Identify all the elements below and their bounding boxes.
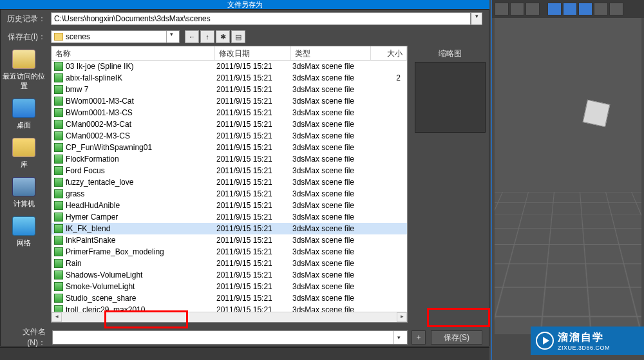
file-row[interactable]: 03 Ik-joe (Spline IK)2011/9/15 15:213dsM… [52,61,407,72]
col-type[interactable]: 类型 [291,46,371,60]
col-size[interactable]: 大小 [371,46,407,60]
file-row[interactable]: fuzzy_tentacle_love2011/9/15 15:213dsMax… [52,176,407,188]
sidebar-item-lib[interactable]: 库 [1,138,47,169]
viewport[interactable] [495,18,641,334]
file-date: 2011/9/15 15:21 [216,259,292,268]
tool-icon-7[interactable] [594,3,608,15]
back-icon[interactable]: ← [185,30,199,43]
file-row[interactable]: IK_FK_blend2011/9/15 15:213dsMax scene f… [52,223,407,234]
save-button[interactable]: 保存(S) [431,330,482,345]
file-row[interactable]: FlockFormation2011/9/15 15:213dsMax scen… [52,153,407,165]
watermark: 溜溜自学 ZIXUE.3D66.COM [531,327,644,355]
newfolder-icon[interactable]: ✱ [216,30,230,43]
file-date: 2011/9/15 15:21 [216,108,292,117]
file-type: 3dsMax scene file [292,97,372,106]
history-label: 历史记录： [7,14,46,24]
history-dropdown-button[interactable]: ▾ [471,12,482,25]
file-row[interactable]: grass2011/9/15 15:213dsMax scene file [52,188,407,200]
scroll-right-arrow[interactable]: ▸ [397,312,407,322]
file-name: CMan0002-M3-Cat [66,120,216,129]
file-name: Hymer Camper [66,213,216,222]
file-date: 2011/9/15 15:21 [216,97,292,106]
scroll-track[interactable] [62,312,397,322]
sidebar-item-pc[interactable]: 计算机 [1,177,47,209]
sidebar-item-recent[interactable]: 最近访问的位置 [1,50,47,91]
file-icon [54,247,63,256]
file-name: fuzzy_tentacle_love [66,178,216,187]
file-row[interactable]: BWom0001-M3-Cat2011/9/15 15:213dsMax sce… [52,95,407,107]
file-name: Shadows-VolumeLight [66,270,216,279]
filename-row: 文件名(N)： ▾ + 保存(S) [7,327,482,348]
file-icon [54,224,63,233]
tool-icon-6[interactable] [578,3,592,15]
file-icon [54,282,63,291]
file-icon [54,166,63,175]
file-name: FlockFormation [66,155,216,164]
file-row[interactable]: Studio_scene_share2011/9/15 15:213dsMax … [52,292,407,304]
file-row[interactable]: CP_FunWithSpawning012011/9/15 15:213dsMa… [52,142,407,153]
file-type: 3dsMax scene file [292,73,372,82]
tool-icon-3[interactable] [526,3,540,15]
col-date[interactable]: 修改日期 [215,46,291,60]
filename-dropdown-arrow[interactable]: ▾ [393,331,404,344]
file-row[interactable]: Smoke-VolumeLight2011/9/15 15:213dsMax s… [52,281,407,292]
file-list[interactable]: 03 Ik-joe (Spline IK)2011/9/15 15:213dsM… [52,61,407,312]
views-icon[interactable]: ▤ [231,30,245,43]
file-row[interactable]: HeadHudAnible2011/9/15 15:213dsMax scene… [52,200,407,211]
tool-icon-1[interactable] [495,3,509,15]
savein-dropdown-arrow[interactable]: ▾ [166,31,176,43]
main-toolbar [492,0,644,18]
folder-icon [54,33,63,41]
file-name: troll_cleric29_max2010 [66,305,216,312]
filename-input[interactable]: ▾ [52,330,408,345]
file-icon [54,270,63,279]
file-icon [54,62,63,71]
scroll-left-arrow[interactable]: ◂ [52,312,62,322]
history-path-input[interactable] [51,12,471,25]
file-name: Rain [66,259,216,268]
file-row[interactable]: abix-fall-splineIK2011/9/15 15:213dsMax … [52,72,407,84]
view-cube-face[interactable] [583,100,611,128]
tool-icon-4[interactable] [547,3,562,15]
watermark-title: 溜溜自学 [558,331,610,345]
desktop-icon [12,99,35,118]
file-row[interactable]: CMan0002-M3-CS2011/9/15 15:213dsMax scen… [52,130,407,142]
file-type: 3dsMax scene file [292,85,372,94]
view-cube[interactable] [577,95,616,134]
file-row[interactable]: Ford Focus2011/9/15 15:213dsMax scene fi… [52,165,407,176]
sidebar-item-net[interactable]: 网络 [1,216,47,248]
file-row[interactable]: BWom0001-M3-CS2011/9/15 15:213dsMax scen… [52,107,407,118]
file-row[interactable]: Shadows-VolumeLight2011/9/15 15:213dsMax… [52,269,407,281]
file-row[interactable]: PrimerFrame_Box_modeling2011/9/15 15:213… [52,246,407,258]
tool-icon-5[interactable] [563,3,577,15]
folder-toolbar: ← ↑ ✱ ▤ [185,30,245,43]
savein-folder-dropdown[interactable]: scenes ▾ [51,30,180,43]
file-date: 2011/9/15 15:21 [216,85,292,94]
col-name[interactable]: 名称 [52,46,215,60]
file-icon [54,259,63,268]
file-row[interactable]: CMan0002-M3-Cat2011/9/15 15:213dsMax sce… [52,118,407,130]
file-row[interactable]: troll_cleric29_max20102011/9/15 15:213ds… [52,304,407,312]
recent-icon [12,50,35,69]
savein-folder-name: scenes [66,32,166,41]
up-icon[interactable]: ↑ [200,30,214,43]
history-row: 历史记录： ▾ [1,10,489,28]
file-icon [54,236,63,245]
file-row[interactable]: bmw 72011/9/15 15:213dsMax scene file [52,84,407,95]
file-date: 2011/9/15 15:21 [216,305,292,312]
file-type: 3dsMax scene file [292,294,372,303]
tool-icon-8[interactable] [609,3,623,15]
file-row[interactable]: Hymer Camper2011/9/15 15:213dsMax scene … [52,211,407,223]
increment-button[interactable]: + [412,330,426,345]
dialog-body: 最近访问的位置桌面库计算机网络 名称 修改日期 类型 大小 03 Ik-joe … [1,46,489,323]
tool-icon-2[interactable] [510,3,524,15]
file-row[interactable]: InkPaintSnake2011/9/15 15:213dsMax scene… [52,234,407,246]
sidebar-item-label: 库 [1,160,47,169]
file-row[interactable]: Rain2011/9/15 15:213dsMax scene file [52,258,407,269]
sidebar-item-desktop[interactable]: 桌面 [1,99,47,130]
horizontal-scrollbar[interactable]: ◂ ▸ [52,312,407,322]
timeline-bar[interactable] [0,347,489,360]
file-name: 03 Ik-joe (Spline IK) [66,62,216,71]
file-name: abix-fall-splineIK [66,73,216,82]
file-name: HeadHudAnible [66,201,216,210]
